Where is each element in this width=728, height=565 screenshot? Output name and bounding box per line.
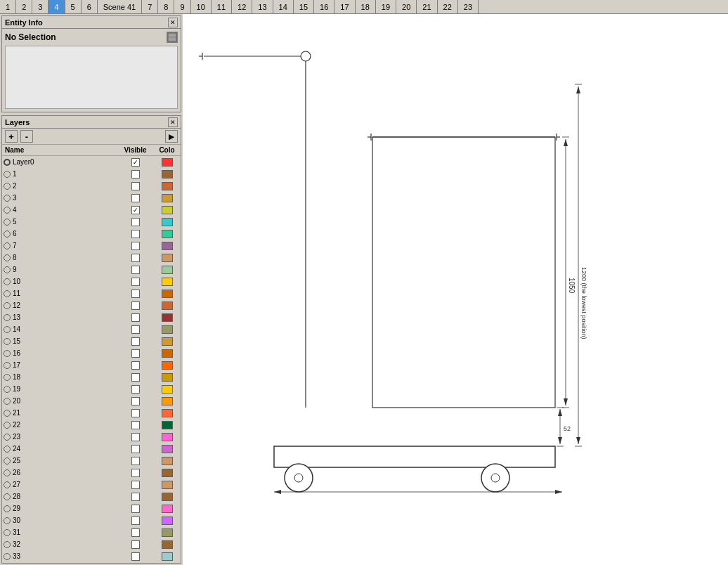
tab-11[interactable]: 11 (212, 0, 232, 13)
layer-color-swatch[interactable] (155, 313, 179, 322)
layer-color-swatch[interactable] (155, 469, 179, 477)
layer-visible-checkbox[interactable] (116, 385, 155, 394)
layer-visible-checkbox[interactable] (116, 301, 155, 310)
layer-visible-checkbox[interactable] (116, 517, 155, 525)
layer-color-swatch[interactable] (155, 505, 179, 513)
tab-4[interactable]: 4 (48, 0, 65, 13)
layer-visible-checkbox[interactable] (116, 182, 155, 190)
layer-row[interactable]: 8 (2, 252, 181, 264)
layer-visible-checkbox[interactable] (116, 397, 155, 405)
layer-visible-checkbox[interactable] (116, 481, 155, 489)
layer-row[interactable]: 1 (2, 168, 181, 180)
layer-row[interactable]: 24 (2, 443, 181, 455)
layer-color-swatch[interactable] (155, 170, 179, 178)
layer-color-swatch[interactable] (155, 254, 179, 262)
tab-3[interactable]: 3 (32, 0, 48, 13)
layer-row[interactable]: 32 (2, 538, 181, 550)
layer-visible-checkbox[interactable] (116, 457, 155, 465)
layer-row[interactable]: 23 (2, 431, 181, 443)
layer-row[interactable]: 13 (2, 311, 181, 323)
tab-23[interactable]: 23 (458, 0, 479, 13)
layer-color-swatch[interactable] (155, 230, 179, 238)
layer-row[interactable]: 2 (2, 180, 181, 192)
layer-row[interactable]: 14 (2, 323, 181, 335)
layer-row[interactable]: 26 (2, 467, 181, 479)
tab-14[interactable]: 14 (273, 0, 294, 13)
layer-color-swatch[interactable] (155, 182, 179, 190)
layers-options-button[interactable]: ▶ (165, 130, 178, 143)
tab-19[interactable]: 19 (376, 0, 396, 13)
add-layer-button[interactable]: + (5, 130, 18, 143)
layer-color-swatch[interactable] (155, 552, 179, 561)
tab-2[interactable]: 2 (16, 0, 32, 13)
layer-row[interactable]: 4 (2, 204, 181, 216)
layer-color-swatch[interactable] (155, 540, 179, 549)
layer-visible-checkbox[interactable] (116, 230, 155, 238)
layer-visible-checkbox[interactable] (116, 373, 155, 382)
remove-layer-button[interactable]: - (20, 130, 33, 143)
layer-color-swatch[interactable] (155, 325, 179, 334)
canvas-area[interactable]: 1050 1200 (the lowest position) 52 (183, 14, 728, 565)
layer-visible-checkbox[interactable] (116, 409, 155, 417)
layer-row[interactable]: 18 (2, 371, 181, 383)
tab-9[interactable]: 9 (174, 0, 190, 13)
tab-18[interactable]: 18 (356, 0, 376, 13)
layer-row[interactable]: 25 (2, 455, 181, 467)
layer-row[interactable]: 27 (2, 479, 181, 491)
layer-color-swatch[interactable] (155, 385, 179, 394)
layer-color-swatch[interactable] (155, 266, 179, 274)
layer-row[interactable]: Layer0 (2, 156, 181, 168)
tab-15[interactable]: 15 (294, 0, 314, 13)
layer-row[interactable]: 16 (2, 347, 181, 359)
layer-visible-checkbox[interactable] (116, 158, 155, 167)
tab-8[interactable]: 8 (158, 0, 174, 13)
layer-row[interactable]: 20 (2, 395, 181, 407)
layer-row[interactable]: 31 (2, 526, 181, 538)
layer-row[interactable]: 33 (2, 550, 181, 562)
layer-row[interactable]: 29 (2, 502, 181, 514)
layer-visible-checkbox[interactable] (116, 493, 155, 501)
layer-color-swatch[interactable] (155, 528, 179, 537)
layer-row[interactable]: 5 (2, 216, 181, 228)
layer-color-swatch[interactable] (155, 397, 179, 405)
layer-visible-checkbox[interactable] (116, 445, 155, 453)
layer-visible-checkbox[interactable] (116, 552, 155, 561)
tab-22[interactable]: 22 (438, 0, 458, 13)
layer-color-swatch[interactable] (155, 194, 179, 202)
layer-color-swatch[interactable] (155, 517, 179, 525)
layer-visible-checkbox[interactable] (116, 242, 155, 250)
layer-row[interactable]: 17 (2, 359, 181, 371)
layer-color-swatch[interactable] (155, 409, 179, 417)
layer-visible-checkbox[interactable] (116, 469, 155, 477)
layer-row[interactable]: 6 (2, 228, 181, 240)
layer-visible-checkbox[interactable] (116, 290, 155, 298)
layer-visible-checkbox[interactable] (116, 337, 155, 346)
layer-row[interactable]: 3 (2, 192, 181, 204)
layer-color-swatch[interactable] (155, 433, 179, 441)
layer-color-swatch[interactable] (155, 206, 179, 214)
layer-color-swatch[interactable] (155, 301, 179, 310)
tab-1[interactable]: 1 (0, 0, 16, 13)
layer-row[interactable]: 7 (2, 240, 181, 252)
layer-row[interactable]: 34 (2, 562, 181, 563)
tab-6[interactable]: 6 (82, 0, 98, 13)
layer-color-swatch[interactable] (155, 457, 179, 465)
layer-visible-checkbox[interactable] (116, 313, 155, 322)
tab-21[interactable]: 21 (417, 0, 437, 13)
layer-color-swatch[interactable] (155, 158, 179, 167)
layer-visible-checkbox[interactable] (116, 325, 155, 334)
layer-color-swatch[interactable] (155, 337, 179, 346)
layer-row[interactable]: 30 (2, 514, 181, 526)
layer-color-swatch[interactable] (155, 218, 179, 226)
layer-color-swatch[interactable] (155, 349, 179, 358)
layer-color-swatch[interactable] (155, 373, 179, 382)
layer-color-swatch[interactable] (155, 493, 179, 501)
tab-16[interactable]: 16 (314, 0, 334, 13)
tab-scene-41[interactable]: Scene 41 (98, 0, 142, 13)
layer-color-swatch[interactable] (155, 361, 179, 370)
layer-color-swatch[interactable] (155, 290, 179, 298)
layer-visible-checkbox[interactable] (116, 349, 155, 358)
layer-visible-checkbox[interactable] (116, 254, 155, 262)
layer-row[interactable]: 15 (2, 335, 181, 347)
layer-visible-checkbox[interactable] (116, 433, 155, 441)
